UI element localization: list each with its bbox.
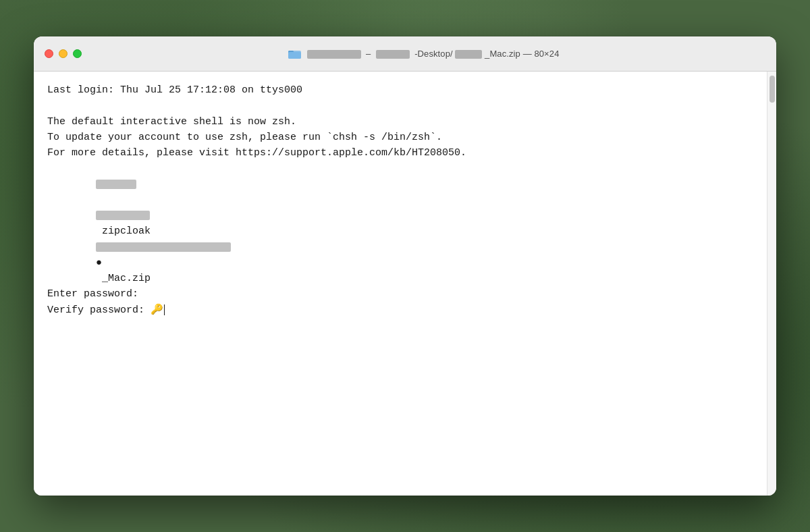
title-redacted-1 xyxy=(307,50,361,59)
line-default-shell: The default interactive shell is now zsh… xyxy=(47,114,753,130)
redacted-host xyxy=(96,211,150,220)
maximize-button[interactable] xyxy=(73,49,82,58)
line-enter-password: Enter password: xyxy=(47,286,753,302)
title-redacted-2 xyxy=(376,50,410,59)
key-icon: 🔑 xyxy=(151,304,163,316)
folder-icon xyxy=(288,49,302,59)
traffic-lights xyxy=(45,49,82,58)
titlebar-title-visible: _Mac.zip — 80×24 xyxy=(485,49,559,59)
line-last-login: Last login: Thu Jul 25 17:12:08 on ttys0… xyxy=(47,82,753,98)
scrollbar[interactable] xyxy=(767,72,776,496)
line-command: zipcloak ● _Mac.zip xyxy=(47,161,753,286)
line-more-details: For more details, please visit https://s… xyxy=(47,145,753,161)
scrollbar-thumb[interactable] xyxy=(770,76,775,103)
terminal-content[interactable]: Last login: Thu Jul 25 17:12:08 on ttys0… xyxy=(34,72,767,496)
titlebar-center: – -Desktop/ _Mac.zip — 80×24 xyxy=(82,49,765,59)
scrollbar-area: Last login: Thu Jul 25 17:12:08 on ttys0… xyxy=(34,72,776,496)
minimize-button[interactable] xyxy=(59,49,68,58)
line-update-account: To update your account to use zsh, pleas… xyxy=(47,130,753,145)
titlebar: – -Desktop/ _Mac.zip — 80×24 xyxy=(34,36,776,72)
titlebar-title: – -Desktop/ _Mac.zip — 80×24 xyxy=(307,49,560,59)
svg-rect-2 xyxy=(288,52,301,59)
line-blank1 xyxy=(47,98,753,113)
redacted-path xyxy=(96,242,231,252)
cursor xyxy=(164,304,165,315)
redacted-user xyxy=(96,180,136,189)
line-verify-password: Verify password: 🔑 xyxy=(47,302,753,318)
title-redacted-3 xyxy=(455,50,482,59)
terminal-window: – -Desktop/ _Mac.zip — 80×24 Last login:… xyxy=(34,36,776,496)
redacted-dot: ● xyxy=(96,257,102,269)
close-button[interactable] xyxy=(45,49,53,58)
